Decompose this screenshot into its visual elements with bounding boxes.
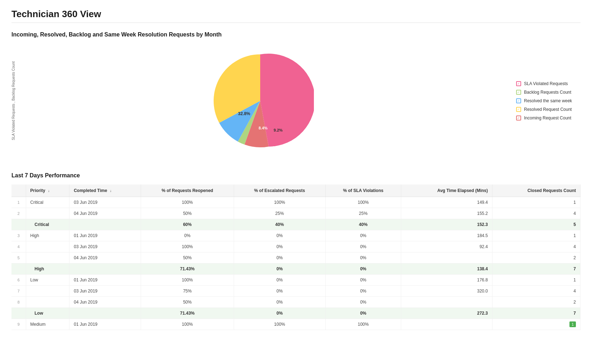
cell-index [11,308,26,319]
cell-reopened: 71.43% [141,264,234,275]
cell-index: 1 [11,197,26,208]
cell-priority [26,297,69,308]
performance-section: Last 7 Days Performance Priority ↓ Compl… [11,172,581,330]
cell-sla: 0% [325,230,401,241]
col-closed: Closed Requests Count [492,185,581,197]
cell-priority: High [26,264,69,275]
legend-item-backlog: ✓ Backlog Requests Count [516,90,581,95]
chart-area: SLA Violated Requests , Backlog Requests… [11,44,581,158]
cell-index: 4 [11,241,26,252]
cell-sla: 25% [325,208,401,219]
legend-label-sla: SLA Violated Requests [524,81,568,86]
cell-closed: 7 [492,308,581,319]
cell-sla: 100% [325,197,401,208]
cell-reopened: 0% [141,230,234,241]
cell-closed: 1 [492,319,581,330]
legend-item-resolved-count: ✓ Resolved Request Count [516,107,581,112]
legend-item-sla: ✓ SLA Violated Requests [516,81,581,86]
cell-avg-time: 320.0 [401,286,492,297]
cell-reopened: 100% [141,241,234,252]
cell-completed-time: 04 Jun 2019 [69,297,141,308]
pie-label-resolved-count: 32.8% [238,111,250,116]
pie-label-incoming: 8.4% [258,126,267,130]
pie-slice-sla [260,54,314,147]
cell-index: 7 [11,286,26,297]
cell-priority [26,252,69,264]
cell-reopened: 50% [141,208,234,219]
cell-closed: 4 [492,208,581,219]
cell-escalated: 0% [234,264,325,275]
cell-index: 8 [11,297,26,308]
cell-reopened: 60% [141,219,234,230]
cell-escalated: 25% [234,208,325,219]
cell-closed: 2 [492,252,581,264]
table-wrapper: Priority ↓ Completed Time ↓ % of Request… [11,185,581,330]
legend-checkbox-resolved-week[interactable]: ✓ [516,98,521,103]
legend-checkbox-resolved-count[interactable]: ✓ [516,107,521,112]
cell-avg-time: 149.4 [401,197,492,208]
chart-section: Incoming, Resolved, Backlog and Same Wee… [11,31,581,158]
table-row: 504 Jun 201950%0%0%2 [11,252,581,264]
cell-index: 6 [11,275,26,286]
cell-escalated: 40% [234,219,325,230]
legend-checkbox-incoming[interactable]: ✓ [516,115,521,120]
legend-item-resolved-week: ✓ Resolved the same week [516,98,581,103]
col-escalated-label: % of Escalated Requests [254,188,305,193]
cell-avg-time: 176.8 [401,275,492,286]
cell-completed-time: 01 Jun 2019 [69,230,141,241]
cell-avg-time [401,319,492,330]
table-row: 1Critical03 Jun 2019100%100%100%149.41 [11,197,581,208]
cell-closed: 4 [492,241,581,252]
legend-label-resolved-count: Resolved Request Count [524,107,572,112]
cell-reopened: 71.43% [141,308,234,319]
cell-priority: Low [26,275,69,286]
table-row: Low71.43%0%0%272.37 [11,308,581,319]
cell-completed-time: 03 Jun 2019 [69,241,141,252]
cell-priority: High [26,230,69,241]
cell-index: 2 [11,208,26,219]
cell-index: 3 [11,230,26,241]
col-priority[interactable]: Priority ↓ [26,185,69,197]
cell-completed-time: 01 Jun 2019 [69,275,141,286]
legend-container: ✓ SLA Violated Requests ✓ Backlog Reques… [502,81,581,120]
priority-sort-icon[interactable]: ↓ [48,189,50,193]
table-row: 703 Jun 201975%0%0%320.04 [11,286,581,297]
cell-escalated: 0% [234,241,325,252]
legend-checkbox-backlog[interactable]: ✓ [516,90,521,95]
cell-sla: 0% [325,264,401,275]
cell-priority [26,286,69,297]
table-row: 3High01 Jun 20190%0%0%184.51 [11,230,581,241]
performance-table: Priority ↓ Completed Time ↓ % of Request… [11,185,581,330]
cell-priority: Low [26,308,69,319]
col-index [11,185,26,197]
pie-label-resolved-week: 9.2% [273,128,282,132]
cell-completed-time: 01 Jun 2019 [69,319,141,330]
cell-escalated: 0% [234,252,325,264]
y-axis-label: SLA Violated Requests , Backlog Requests… [11,47,15,154]
col-completed-time[interactable]: Completed Time ↓ [69,185,141,197]
table-row: Critical60%40%40%152.35 [11,219,581,230]
chart-section-title: Incoming, Resolved, Backlog and Same Wee… [11,31,581,38]
col-reopened: % of Requests Reopened [141,185,234,197]
completed-sort-icon[interactable]: ↓ [110,189,112,193]
cell-avg-time: 184.5 [401,230,492,241]
cell-avg-time [401,252,492,264]
table-row: 804 Jun 201950%0%0%2 [11,297,581,308]
cell-sla: 0% [325,286,401,297]
cell-completed-time [69,264,141,275]
cell-avg-time: 138.4 [401,264,492,275]
cell-avg-time [401,297,492,308]
cell-avg-time: 152.3 [401,219,492,230]
col-sla: % of SLA Violations [325,185,401,197]
table-row: 403 Jun 2019100%0%0%92.44 [11,241,581,252]
cell-closed: 7 [492,264,581,275]
col-reopened-label: % of Requests Reopened [161,188,213,193]
legend-label-incoming: Incoming Request Count [524,115,571,120]
pie-label-sla: 47.1% [237,149,249,154]
cell-completed-time [69,219,141,230]
cell-sla: 0% [325,241,401,252]
cell-completed-time: 04 Jun 2019 [69,208,141,219]
cell-reopened: 100% [141,319,234,330]
cell-sla: 100% [325,319,401,330]
legend-checkbox-sla[interactable]: ✓ [516,81,521,86]
